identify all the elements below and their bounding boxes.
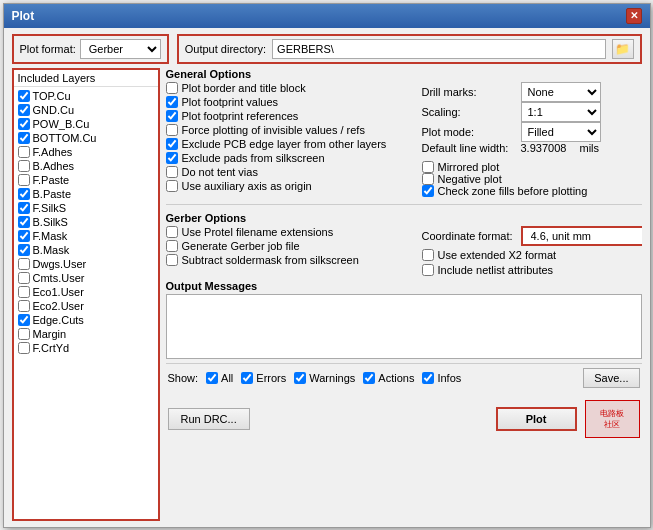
layer-item[interactable]: B.SilkS (16, 215, 156, 229)
layer-checkbox[interactable] (18, 300, 30, 312)
layer-item[interactable]: B.Adhes (16, 159, 156, 173)
general-option-checkbox[interactable] (166, 166, 178, 178)
layer-checkbox[interactable] (18, 328, 30, 340)
layer-label: B.SilkS (33, 216, 68, 228)
layer-item[interactable]: F.SilkS (16, 201, 156, 215)
layer-item[interactable]: Eco1.User (16, 285, 156, 299)
dir-input[interactable] (272, 39, 605, 59)
general-option-checkbox[interactable] (166, 180, 178, 192)
gerber-option-checkbox[interactable] (166, 226, 178, 238)
general-option-checkbox[interactable] (166, 124, 178, 136)
main-area: Included Layers TOP.CuGND.CuPOW_B.CuBOTT… (12, 68, 642, 521)
layer-checkbox[interactable] (18, 244, 30, 256)
gerber-option-checkbox[interactable] (166, 254, 178, 266)
layer-item[interactable]: F.Adhes (16, 145, 156, 159)
general-option-row: Force plotting of invisible values / ref… (166, 124, 414, 136)
layer-label: F.Adhes (33, 146, 73, 158)
layers-title: Included Layers (14, 70, 158, 87)
general-side-option-checkbox[interactable] (422, 185, 434, 197)
layer-item[interactable]: Dwgs.User (16, 257, 156, 271)
gerber-options-section: Gerber Options Use Protel filename exten… (166, 212, 642, 276)
general-option-label: Do not tent vias (182, 166, 258, 178)
layer-item[interactable]: BOTTOM.Cu (16, 131, 156, 145)
filter-checkbox[interactable] (241, 372, 253, 384)
layer-label: GND.Cu (33, 104, 75, 116)
layer-checkbox[interactable] (18, 286, 30, 298)
format-select[interactable]: Gerber PostScript SVG DXF (80, 39, 161, 59)
mils-label: mils (580, 142, 600, 154)
property-select[interactable]: FilledSketch (521, 122, 601, 142)
layer-checkbox[interactable] (18, 188, 30, 200)
layer-checkbox[interactable] (18, 160, 30, 172)
general-option-checkbox[interactable] (166, 82, 178, 94)
layer-label: F.Paste (33, 174, 70, 186)
save-button[interactable]: Save... (583, 368, 639, 388)
general-option-label: Force plotting of invisible values / ref… (182, 124, 365, 136)
filter-checkbox[interactable] (422, 372, 434, 384)
general-option-checkbox[interactable] (166, 152, 178, 164)
layer-label: Dwgs.User (33, 258, 87, 270)
output-messages-box[interactable] (166, 294, 642, 359)
dialog-title: Plot (12, 9, 35, 23)
filter-label: Actions (378, 372, 414, 384)
general-side-option-label: Mirrored plot (438, 161, 500, 173)
general-option-row: Do not tent vias (166, 166, 414, 178)
layer-checkbox[interactable] (18, 132, 30, 144)
layer-item[interactable]: Cmts.User (16, 271, 156, 285)
layer-label: Edge.Cuts (33, 314, 84, 326)
layer-item[interactable]: F.Paste (16, 173, 156, 187)
property-label: Plot mode: (422, 126, 517, 138)
run-drc-button[interactable]: Run DRC... (168, 408, 250, 430)
plot-button[interactable]: Plot (496, 407, 577, 431)
gerber-option-row: Use Protel filename extensions (166, 226, 414, 238)
filter-label: Warnings (309, 372, 355, 384)
property-select[interactable]: NoneSmallActual size (521, 82, 601, 102)
property-select[interactable]: 1:11:22:1 (521, 102, 601, 122)
general-options-right: Drill marks:NoneSmallActual sizeScaling:… (422, 82, 642, 197)
layer-label: B.Mask (33, 244, 70, 256)
layer-checkbox[interactable] (18, 202, 30, 214)
layer-item[interactable]: Edge.Cuts (16, 313, 156, 327)
general-side-option-checkbox[interactable] (422, 173, 434, 185)
layer-checkbox[interactable] (18, 216, 30, 228)
gerber-side-option-checkbox[interactable] (422, 264, 434, 276)
layer-checkbox[interactable] (18, 272, 30, 284)
layer-item[interactable]: B.Mask (16, 243, 156, 257)
layer-checkbox[interactable] (18, 258, 30, 270)
property-value: 3.937008 (521, 142, 576, 154)
folder-button[interactable]: 📁 (612, 39, 634, 59)
layer-checkbox[interactable] (18, 104, 30, 116)
layer-checkbox[interactable] (18, 118, 30, 130)
layer-item[interactable]: Eco2.User (16, 299, 156, 313)
property-row: Plot mode:FilledSketch (422, 122, 642, 142)
gerber-option-checkbox[interactable] (166, 240, 178, 252)
layer-checkbox[interactable] (18, 146, 30, 158)
layer-label: Cmts.User (33, 272, 85, 284)
filter-checkbox[interactable] (294, 372, 306, 384)
format-label: Plot format: (20, 43, 76, 55)
filter-checkbox[interactable] (363, 372, 375, 384)
gerber-side-option-label: Include netlist attributes (438, 264, 554, 276)
general-option-checkbox[interactable] (166, 96, 178, 108)
layer-checkbox[interactable] (18, 230, 30, 242)
filter-checkbox[interactable] (206, 372, 218, 384)
layer-item[interactable]: B.Paste (16, 187, 156, 201)
layer-checkbox[interactable] (18, 342, 30, 354)
general-side-option-checkbox[interactable] (422, 161, 434, 173)
general-option-checkbox[interactable] (166, 110, 178, 122)
layer-item[interactable]: POW_B.Cu (16, 117, 156, 131)
layer-checkbox[interactable] (18, 90, 30, 102)
layer-item[interactable]: TOP.Cu (16, 89, 156, 103)
layer-item[interactable]: F.CrtYd (16, 341, 156, 355)
general-option-row: Plot footprint values (166, 96, 414, 108)
layer-item[interactable]: Margin (16, 327, 156, 341)
layer-checkbox[interactable] (18, 314, 30, 326)
close-button[interactable]: ✕ (626, 8, 642, 24)
layer-item[interactable]: F.Mask (16, 229, 156, 243)
general-side-option-row: Mirrored plot (422, 161, 642, 173)
general-option-checkbox[interactable] (166, 138, 178, 150)
layer-checkbox[interactable] (18, 174, 30, 186)
gerber-side-option-checkbox[interactable] (422, 249, 434, 261)
layer-item[interactable]: GND.Cu (16, 103, 156, 117)
coordinate-format-select[interactable]: 4.5, unit mm4.6, unit mm4.5, unit inch (521, 226, 642, 246)
